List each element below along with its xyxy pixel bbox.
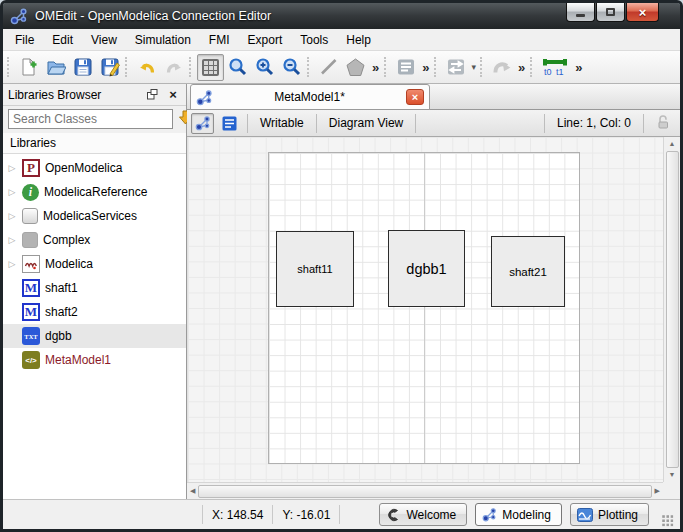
search-row (3, 106, 186, 133)
search-classes-input[interactable] (8, 109, 173, 129)
connect-dropdown-caret[interactable]: ▾ (469, 62, 478, 72)
text-view-button[interactable] (218, 113, 241, 134)
expand-arrow-icon[interactable]: ▷ (7, 259, 17, 269)
shapes-more-button[interactable]: » (369, 60, 382, 75)
simulate-more-button[interactable]: » (515, 60, 528, 75)
save-icon (73, 57, 93, 77)
library-item-label: shaft2 (45, 305, 78, 319)
main-content: Libraries Browser × Libraries (3, 84, 680, 499)
libraries-tree: ▷ P OpenModelica ▷ i ModelicaReference ▷… (3, 154, 186, 499)
magnifier-icon (228, 57, 248, 77)
simulation-time-button[interactable]: t0 t1 (538, 54, 572, 81)
line-tool-button[interactable] (315, 54, 342, 81)
vertical-scrollbar[interactable]: ▲ ▼ (663, 137, 680, 482)
metamodel-tab-icon (196, 89, 213, 106)
horizontal-scroll-thumb[interactable] (198, 485, 651, 498)
tab-close-button[interactable]: × (406, 89, 424, 105)
welcome-perspective-button[interactable]: Welcome (379, 503, 467, 526)
model-switcher-button[interactable] (392, 54, 419, 81)
save-as-icon (100, 57, 120, 77)
save-button[interactable] (69, 54, 96, 81)
toolbar-handle[interactable] (307, 57, 312, 77)
library-item-modelicaservices[interactable]: ▷ ModelicaServices (3, 204, 186, 228)
menu-export[interactable]: Export (239, 30, 292, 50)
zoom-in-button[interactable] (251, 54, 278, 81)
minimize-button[interactable] (566, 3, 595, 22)
expand-arrow-icon[interactable]: ▷ (7, 235, 17, 245)
maximize-icon (606, 8, 615, 16)
scroll-right-icon[interactable]: ▶ (655, 487, 660, 495)
scroll-left-icon[interactable]: ◀ (190, 487, 195, 495)
polygon-tool-button[interactable] (342, 54, 369, 81)
toolbar-handle[interactable] (434, 57, 439, 77)
package-icon (22, 208, 38, 224)
expand-arrow-icon[interactable]: ▷ (7, 211, 17, 221)
scroll-up-icon[interactable]: ▲ (669, 140, 676, 148)
connect-mode-button[interactable] (442, 54, 469, 81)
toolbar-handle[interactable] (125, 57, 130, 77)
menu-view[interactable]: View (82, 30, 126, 50)
float-panel-button[interactable] (144, 87, 160, 102)
library-item-dgbb[interactable]: TXT dgbb (3, 324, 186, 348)
library-item-complex[interactable]: ▷ Complex (3, 228, 186, 252)
plotting-perspective-button[interactable]: Plotting (570, 503, 649, 526)
simulate-button[interactable] (488, 54, 515, 81)
diagram-view-button[interactable] (191, 113, 214, 134)
zoom-fit-button[interactable] (224, 54, 251, 81)
lock-button[interactable] (650, 114, 676, 132)
toolbar-handle[interactable] (384, 57, 389, 77)
line-col-indicator: Line: 1, Col: 0 (551, 116, 637, 130)
undo-icon (137, 57, 157, 77)
toolbar-handle[interactable] (480, 57, 485, 77)
diagram-canvas[interactable]: shaft11 dgbb1 shaft21 (187, 137, 663, 482)
component-shaft11[interactable]: shaft11 (276, 231, 354, 307)
toolbar-handle[interactable] (7, 57, 12, 77)
open-model-button[interactable] (42, 54, 69, 81)
library-item-shaft2[interactable]: M shaft2 (3, 300, 186, 324)
unlocked-padlock-icon (656, 114, 670, 129)
redo-button[interactable] (160, 54, 187, 81)
component-shaft21[interactable]: shaft21 (491, 236, 565, 307)
expand-arrow-icon[interactable]: ▷ (7, 163, 17, 173)
writable-indicator[interactable]: Writable (254, 116, 310, 130)
text-lines-icon (396, 57, 416, 77)
menu-file[interactable]: File (6, 30, 43, 50)
tab-metamodel1[interactable]: MetaModel1* × (190, 84, 430, 110)
zoom-in-icon (255, 57, 275, 77)
separator (202, 505, 203, 524)
library-item-modelicareference[interactable]: ▷ i ModelicaReference (3, 180, 186, 204)
library-item-openmodelica[interactable]: ▷ P OpenModelica (3, 156, 186, 180)
welcome-icon (386, 508, 401, 522)
maximize-button[interactable] (596, 3, 625, 22)
menu-edit[interactable]: Edit (43, 30, 82, 50)
expand-arrow-icon[interactable]: ▷ (7, 187, 17, 197)
library-item-shaft1[interactable]: M shaft1 (3, 276, 186, 300)
openmodelica-icon: P (22, 159, 40, 177)
toolbar-handle[interactable] (189, 57, 194, 77)
library-item-label: Modelica (45, 257, 93, 271)
omedit-window: OMEdit - OpenModelica Connection Editor … (0, 0, 683, 532)
vertical-scroll-thumb[interactable] (666, 151, 679, 468)
component-dgbb1[interactable]: dgbb1 (388, 230, 465, 307)
menu-simulation[interactable]: Simulation (126, 30, 200, 50)
scroll-down-icon[interactable]: ▼ (669, 471, 676, 479)
menu-fmi[interactable]: FMI (200, 30, 239, 50)
close-button[interactable]: × (626, 3, 659, 22)
menu-tools[interactable]: Tools (291, 30, 337, 50)
model-switcher-more-button[interactable]: » (419, 60, 432, 75)
library-item-metamodel1[interactable]: </> MetaModel1 (3, 348, 186, 372)
modeling-perspective-button[interactable]: Modeling (475, 503, 562, 526)
toolbar-handle[interactable] (530, 57, 535, 77)
close-panel-button[interactable]: × (165, 87, 181, 102)
new-model-button[interactable] (15, 54, 42, 81)
horizontal-scrollbar[interactable]: ◀ ▶ (187, 482, 663, 499)
save-as-button[interactable] (96, 54, 123, 81)
menu-help[interactable]: Help (337, 30, 380, 50)
window-resize-grip[interactable] (661, 514, 674, 527)
show-grid-button[interactable] (197, 54, 224, 81)
time-more-button[interactable]: » (572, 60, 585, 75)
undo-button[interactable] (133, 54, 160, 81)
zoom-out-button[interactable] (278, 54, 305, 81)
window-title: OMEdit - OpenModelica Connection Editor (35, 9, 271, 23)
library-item-modelica[interactable]: ▷ Modelica (3, 252, 186, 276)
